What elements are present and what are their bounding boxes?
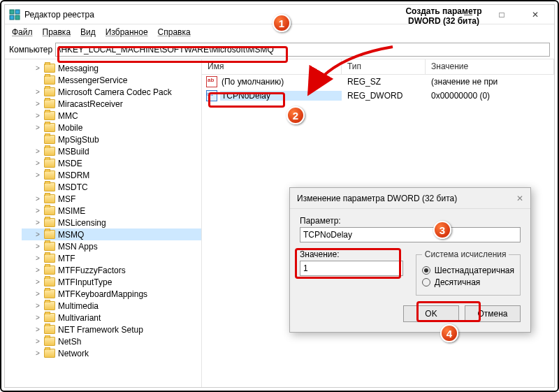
expand-icon[interactable]: > — [33, 278, 43, 286]
expand-icon[interactable]: > — [33, 147, 43, 155]
radio-hex-label: Шестнадцатеричная — [435, 266, 514, 275]
expand-icon[interactable]: > — [33, 195, 43, 203]
folder-icon — [44, 87, 55, 96]
expand-icon[interactable]: > — [33, 159, 43, 167]
expand-icon[interactable]: > — [33, 254, 43, 262]
tree-node[interactable]: MSDTC — [22, 181, 201, 193]
folder-icon — [44, 325, 55, 334]
tree-node[interactable]: >MTFFuzzyFactors — [22, 264, 201, 276]
expand-icon[interactable]: > — [33, 266, 43, 274]
radio-dec[interactable]: Десятичная — [422, 277, 514, 287]
expand-icon[interactable]: > — [33, 124, 43, 131]
menu-view[interactable]: Вид — [76, 26, 100, 38]
cancel-button[interactable]: Отмена — [465, 305, 521, 322]
tree-label: MiracastReceiver — [57, 99, 124, 109]
expand-icon[interactable]: > — [33, 326, 43, 333]
expand-icon[interactable]: > — [33, 349, 43, 357]
tree-node[interactable]: MpSigStub — [22, 133, 201, 145]
svg-rect-0 — [10, 10, 14, 14]
folder-icon — [44, 289, 55, 298]
expand-icon[interactable]: > — [33, 219, 43, 226]
radio-hex[interactable]: Шестнадцатеричная — [422, 266, 514, 275]
menubar: Файл Правка Вид Избранное Справка — [5, 24, 554, 40]
expand-icon[interactable]: > — [33, 100, 43, 108]
tree-node[interactable]: MessengerService — [22, 74, 201, 86]
tree-node[interactable]: >MSLicensing — [22, 217, 201, 228]
tree-label: MSMQ — [57, 230, 85, 240]
tree-label: MTFKeyboardMappings — [57, 289, 149, 299]
menu-help[interactable]: Справка — [154, 26, 195, 38]
expand-icon[interactable]: > — [33, 88, 43, 96]
dword-icon — [206, 90, 217, 101]
address-path: \HKEY_LOCAL_MACHINE\SOFTWARE\Microsoft\M… — [59, 45, 274, 55]
tree-node[interactable]: >NET Framework Setup — [22, 324, 201, 335]
folder-icon — [44, 206, 55, 215]
tree-node[interactable]: >MSDRM — [22, 169, 201, 181]
callout-line2: DWORD (32 бита) — [349, 17, 538, 27]
folder-icon — [44, 218, 55, 227]
value-data: 0x00000000 (0) — [426, 91, 490, 101]
folder-icon — [44, 254, 55, 263]
tree-label: MSDTC — [57, 182, 89, 192]
folder-icon — [44, 123, 55, 132]
menu-favorites[interactable]: Избранное — [101, 26, 152, 38]
tree-label: MSDE — [57, 159, 84, 168]
tree-label: MMC — [57, 111, 80, 121]
expand-icon[interactable]: > — [33, 290, 43, 298]
tree-node[interactable]: >Messaging — [22, 62, 201, 74]
folder-icon — [44, 313, 55, 322]
expand-icon[interactable]: > — [33, 231, 43, 238]
tree-node[interactable]: >MSIME — [22, 205, 201, 217]
ok-button[interactable]: OK — [403, 305, 459, 322]
tree-node[interactable]: >Microsoft Camera Codec Pack — [22, 86, 201, 98]
folder-icon — [44, 147, 55, 156]
expand-icon[interactable]: > — [33, 207, 43, 215]
tree-node[interactable]: >Mobile — [22, 122, 201, 133]
tree-node[interactable]: >Network — [22, 347, 201, 359]
expand-icon[interactable]: > — [33, 64, 43, 72]
menu-edit[interactable]: Правка — [38, 26, 75, 38]
edit-dword-dialog: Изменение параметра DWORD (32 бита) ✕ Па… — [289, 187, 531, 333]
tree-node[interactable]: >MTFKeyboardMappings — [22, 288, 201, 300]
dialog-close-icon[interactable]: ✕ — [516, 194, 523, 203]
tree-node[interactable]: >MSDE — [22, 157, 201, 169]
menu-file[interactable]: Файл — [8, 26, 37, 38]
tree-node[interactable]: >MSF — [22, 193, 201, 205]
svg-rect-2 — [10, 15, 14, 20]
radio-dot-icon — [422, 278, 430, 286]
expand-icon[interactable]: > — [33, 337, 43, 345]
folder-icon — [44, 337, 55, 346]
tree-node[interactable]: >MTFInputType — [22, 276, 201, 288]
expand-icon[interactable]: > — [33, 112, 43, 119]
tree-label: Microsoft Camera Codec Pack — [57, 87, 173, 97]
tree-label: MSLicensing — [57, 218, 108, 228]
expand-icon[interactable]: > — [33, 302, 43, 310]
tree-node[interactable]: >MMC — [22, 110, 201, 122]
tree-panel[interactable]: >MessagingMessengerService>Microsoft Cam… — [5, 59, 202, 387]
expand-icon[interactable]: > — [33, 171, 43, 179]
tree-node[interactable]: >Multimedia — [22, 300, 201, 312]
dialog-titlebar: Изменение параметра DWORD (32 бита) ✕ — [290, 188, 530, 209]
value-input[interactable] — [300, 261, 403, 276]
base-fieldset: Система исчисления Шестнадцатеричная Дес… — [416, 249, 521, 296]
tree-label: MSIME — [57, 206, 87, 216]
tree-label: MSBuild — [57, 147, 91, 157]
tree-label: Multivariant — [57, 313, 102, 323]
tree-node[interactable]: >MSMQ — [22, 228, 201, 240]
expand-icon[interactable]: > — [33, 314, 43, 321]
tree-node[interactable]: >MTF — [22, 252, 201, 264]
tree-node[interactable]: >Multivariant — [22, 312, 201, 324]
tree-node[interactable]: >NetSh — [22, 335, 201, 347]
tree-label: MSDRM — [57, 170, 91, 180]
radio-dec-label: Десятичная — [435, 277, 481, 287]
value-label: Значение: — [300, 249, 403, 259]
param-name-input[interactable] — [300, 227, 521, 242]
tree-node[interactable]: >MSN Apps — [22, 240, 201, 252]
window-title: Редактор реестра — [24, 10, 94, 20]
col-value[interactable]: Значение — [426, 59, 554, 74]
address-bar: Компьютер \HKEY_LOCAL_MACHINE\SOFTWARE\M… — [5, 40, 554, 59]
tree-node[interactable]: >MiracastReceiver — [22, 98, 201, 110]
tree-node[interactable]: >MSBuild — [22, 145, 201, 157]
folder-icon — [44, 230, 55, 239]
expand-icon[interactable]: > — [33, 242, 43, 250]
